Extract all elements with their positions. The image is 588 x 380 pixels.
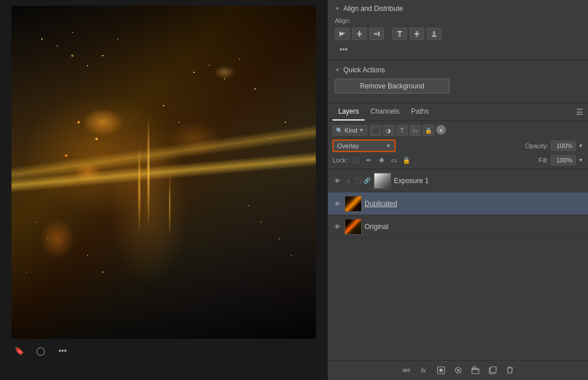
align-more-button[interactable]: ••• (335, 44, 581, 55)
filter-circle-icon[interactable]: ● (436, 125, 446, 135)
filter-type-icon[interactable]: T (396, 125, 408, 136)
layers-tabs: Layers Channels Paths ☰ (328, 103, 588, 121)
align-top-button[interactable] (392, 28, 407, 40)
kind-select-label[interactable]: Kind (345, 127, 357, 134)
circle-tool[interactable]: ◯ (33, 343, 48, 358)
search-icon: 🔍 (336, 127, 343, 134)
svg-rect-18 (472, 369, 479, 374)
layer-visibility-exposure1[interactable]: 👁 (332, 176, 342, 185)
layer-thumb-exposure1 (374, 173, 391, 189)
svg-rect-20 (490, 367, 496, 373)
align-distribute-title: Align and Distribute (343, 5, 403, 13)
layer-thumb-duplicated (345, 196, 362, 212)
align-bottom-button[interactable] (427, 28, 442, 40)
filter-shape-icon[interactable]: ▭ (409, 125, 421, 136)
link-layers-icon[interactable] (400, 364, 413, 377)
search-kind-wrapper: 🔍 Kind ▼ (332, 125, 368, 135)
canvas-image-container (11, 6, 316, 339)
align-distribute-header: ▼ Align and Distribute (335, 5, 581, 13)
align-distribute-chevron[interactable]: ▼ (335, 6, 340, 11)
svg-rect-6 (374, 33, 378, 35)
layer-action-down-icon[interactable]: ↓ (345, 177, 353, 185)
svg-rect-13 (374, 173, 390, 188)
layer-name-exposure1: Exposure 1 (394, 177, 583, 185)
layer-thumb-original (345, 219, 362, 235)
layers-bottom-toolbar: fx (328, 360, 588, 380)
canvas-area: 🔖 ◯ ••• (0, 0, 327, 380)
align-center-h-button[interactable] (352, 28, 367, 40)
tab-paths[interactable]: Paths (405, 103, 435, 121)
quick-actions-chevron[interactable]: ▼ (335, 67, 340, 73)
lock-label: Lock: (332, 157, 347, 164)
add-mask-icon[interactable] (435, 364, 447, 377)
svg-rect-5 (378, 32, 380, 36)
svg-rect-0 (339, 32, 341, 36)
blend-mode-value: Overlay (337, 142, 359, 149)
kind-chevron: ▼ (359, 127, 364, 133)
layer-item-original[interactable]: 👁 Original (328, 215, 588, 238)
blend-opacity-row: Overlay ▼ Opacity: 100% ▼ (332, 139, 583, 152)
align-distribute-section: ▼ Align and Distribute Align: (328, 0, 588, 60)
canvas-more-button[interactable]: ••• (55, 343, 70, 358)
svg-point-17 (457, 369, 459, 371)
layer-actions-exposure1: ↓ ⬛ 🔗 (345, 177, 371, 185)
filter-adjustment-icon[interactable]: ◑ (383, 125, 394, 136)
layer-item-exposure1[interactable]: 👁 ↓ ⬛ 🔗 (328, 169, 588, 192)
blend-mode-chevron: ▼ (386, 143, 391, 149)
fill-input[interactable]: 100% (551, 155, 576, 165)
layer-name-original: Original (365, 223, 583, 231)
new-layer-icon[interactable] (486, 364, 499, 377)
tab-layers[interactable]: Layers (332, 103, 365, 121)
smart-filter-icon[interactable] (452, 364, 465, 377)
svg-point-15 (439, 369, 443, 372)
align-left-button[interactable] (335, 28, 350, 40)
layer-visibility-duplicated[interactable]: 👁 (332, 199, 342, 208)
filter-smart-icon[interactable]: 🔒 (423, 125, 434, 136)
lock-move-icon[interactable]: ✥ (376, 155, 386, 165)
align-right-button[interactable] (369, 28, 384, 40)
layer-item-duplicated[interactable]: 👁 Duplicated (328, 192, 588, 215)
layer-visibility-original[interactable]: 👁 (332, 222, 342, 231)
lock-artboard-icon[interactable]: ▭ (389, 155, 399, 165)
lock-all-icon[interactable]: 🔒 (401, 155, 412, 165)
right-panel: ▼ Align and Distribute Align: (327, 0, 588, 380)
quick-actions-header: ▼ Quick Actions (335, 66, 581, 74)
fill-label: Fill: (539, 157, 548, 164)
delete-layer-icon[interactable] (504, 364, 516, 377)
layer-action-adjust-icon[interactable]: ⬛ (354, 177, 362, 185)
svg-rect-11 (432, 36, 436, 37)
align-icons-row (335, 28, 581, 40)
fx-icon[interactable]: fx (417, 364, 430, 377)
lock-brush-icon[interactable]: ✏ (363, 155, 374, 165)
svg-rect-12 (433, 31, 435, 36)
layers-panel: Layers Channels Paths ☰ 🔍 Kind ▼ ⬛ ◑ (328, 103, 588, 380)
fill-chevron[interactable]: ▼ (578, 157, 583, 163)
layers-menu-icon[interactable]: ☰ (576, 107, 583, 117)
tab-channels[interactable]: Channels (365, 103, 405, 121)
new-group-icon[interactable] (469, 364, 482, 377)
svg-rect-10 (416, 31, 418, 37)
lock-fill-row: Lock: ⬛ ✏ ✥ ▭ 🔒 Fill: 100% ▼ (332, 155, 583, 165)
filter-icons: ⬛ ◑ T ▭ 🔒 ● (370, 125, 446, 136)
fill-row: Fill: 100% ▼ (539, 155, 583, 165)
align-label: Align: (335, 17, 581, 24)
bookmark-tool[interactable]: 🔖 (11, 343, 26, 358)
remove-background-button[interactable]: Remove Background (335, 79, 450, 94)
layers-controls: 🔍 Kind ▼ ⬛ ◑ T ▭ 🔒 ● (328, 121, 588, 169)
layer-action-link-icon[interactable]: 🔗 (363, 177, 371, 185)
align-center-v-button[interactable] (409, 28, 424, 40)
blend-mode-select[interactable]: Overlay ▼ (332, 139, 396, 152)
svg-rect-4 (357, 33, 362, 35)
canvas-toolbar: 🔖 ◯ ••• (11, 339, 316, 363)
opacity-chevron[interactable]: ▼ (578, 143, 583, 149)
city-dots-layer (11, 6, 316, 339)
svg-rect-7 (397, 31, 402, 32)
filter-pixel-icon[interactable]: ⬛ (370, 125, 381, 136)
lock-pixels-icon[interactable]: ⬛ (351, 155, 361, 165)
svg-rect-8 (399, 32, 401, 37)
opacity-input[interactable]: 100% (551, 141, 576, 151)
svg-rect-2 (341, 32, 345, 33)
lock-icons: ⬛ ✏ ✥ ▭ 🔒 (351, 155, 412, 165)
quick-actions-section: ▼ Quick Actions Remove Background (328, 60, 588, 103)
layers-list: 👁 ↓ ⬛ 🔗 (328, 169, 588, 360)
